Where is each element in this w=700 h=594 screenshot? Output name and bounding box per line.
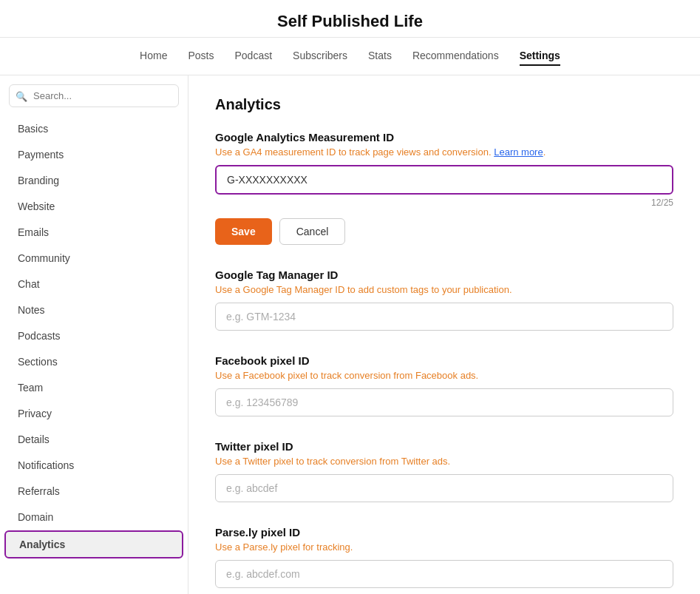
twitter-pixel-desc: Use a Twitter pixel to track conversion … (215, 456, 673, 467)
sidebar-item-payments[interactable]: Payments (4, 142, 183, 167)
facebook-pixel-section: Facebook pixel ID Use a Facebook pixel t… (215, 354, 673, 416)
google-analytics-input[interactable] (215, 165, 673, 195)
parsely-pixel-desc: Use a Parse.ly pixel for tracking. (215, 541, 673, 553)
sidebar-item-notifications[interactable]: Notifications (4, 453, 183, 478)
sidebar-item-analytics[interactable]: Analytics (4, 530, 183, 558)
page-header: Self Published Life (0, 0, 700, 38)
sidebar-item-podcasts[interactable]: Podcasts (4, 323, 183, 348)
sidebar: 🔍 Basics Payments Branding Website Email… (0, 75, 188, 594)
site-title: Self Published Life (0, 12, 700, 31)
sidebar-item-referrals[interactable]: Referrals (4, 479, 183, 504)
sidebar-item-website[interactable]: Website (4, 194, 183, 219)
google-analytics-section: Google Analytics Measurement ID Use a GA… (215, 131, 673, 245)
sidebar-item-community[interactable]: Community (4, 246, 183, 271)
parsely-pixel-title: Parse.ly pixel ID (215, 526, 673, 539)
sidebar-item-sections[interactable]: Sections (4, 349, 183, 374)
sidebar-item-team[interactable]: Team (4, 375, 183, 400)
twitter-pixel-input[interactable] (215, 474, 673, 502)
google-analytics-input-wrapper (215, 165, 673, 195)
google-analytics-title: Google Analytics Measurement ID (215, 131, 673, 144)
sidebar-item-details[interactable]: Details (4, 427, 183, 452)
parsely-pixel-input[interactable] (215, 560, 673, 588)
page-title: Analytics (215, 96, 673, 113)
google-tag-manager-desc: Use a Google Tag Manager ID to add custo… (215, 284, 673, 295)
search-icon: 🔍 (16, 90, 27, 101)
search-input[interactable] (9, 84, 179, 107)
sidebar-item-basics[interactable]: Basics (4, 116, 183, 141)
facebook-pixel-input[interactable] (215, 388, 673, 416)
google-tag-manager-section: Google Tag Manager ID Use a Google Tag M… (215, 269, 673, 331)
sidebar-item-notes[interactable]: Notes (4, 297, 183, 323)
sidebar-item-emails[interactable]: Emails (4, 220, 183, 245)
google-tag-manager-input[interactable] (215, 303, 673, 331)
parsely-pixel-section: Parse.ly pixel ID Use a Parse.ly pixel f… (215, 526, 673, 588)
nav-recommendations[interactable]: Recommendations (412, 47, 499, 66)
sidebar-item-domain[interactable]: Domain (4, 504, 183, 530)
facebook-pixel-title: Facebook pixel ID (215, 354, 673, 367)
nav-settings[interactable]: Settings (520, 47, 560, 66)
nav-subscribers[interactable]: Subscribers (293, 47, 347, 66)
twitter-pixel-title: Twitter pixel ID (215, 440, 673, 453)
nav-stats[interactable]: Stats (368, 47, 392, 66)
main-layout: 🔍 Basics Payments Branding Website Email… (0, 75, 700, 594)
main-content: Analytics Google Analytics Measurement I… (188, 75, 700, 594)
save-button[interactable]: Save (215, 218, 272, 245)
google-tag-manager-title: Google Tag Manager ID (215, 269, 673, 281)
nav-podcast[interactable]: Podcast (234, 47, 272, 66)
google-analytics-char-count: 12/25 (215, 198, 673, 208)
google-analytics-learn-more-link[interactable]: Learn more (494, 146, 543, 158)
nav-home[interactable]: Home (140, 47, 167, 66)
google-analytics-desc: Use a GA4 measurement ID to track page v… (215, 146, 673, 158)
search-container: 🔍 (9, 84, 179, 107)
sidebar-item-chat[interactable]: Chat (4, 271, 183, 297)
main-nav: Home Posts Podcast Subscribers Stats Rec… (0, 38, 700, 75)
facebook-pixel-desc: Use a Facebook pixel to track conversion… (215, 370, 673, 381)
sidebar-item-branding[interactable]: Branding (4, 168, 183, 193)
cancel-button[interactable]: Cancel (279, 218, 346, 245)
google-analytics-btn-row: Save Cancel (215, 218, 673, 245)
nav-posts[interactable]: Posts (188, 47, 214, 66)
twitter-pixel-section: Twitter pixel ID Use a Twitter pixel to … (215, 440, 673, 502)
sidebar-item-privacy[interactable]: Privacy (4, 401, 183, 426)
